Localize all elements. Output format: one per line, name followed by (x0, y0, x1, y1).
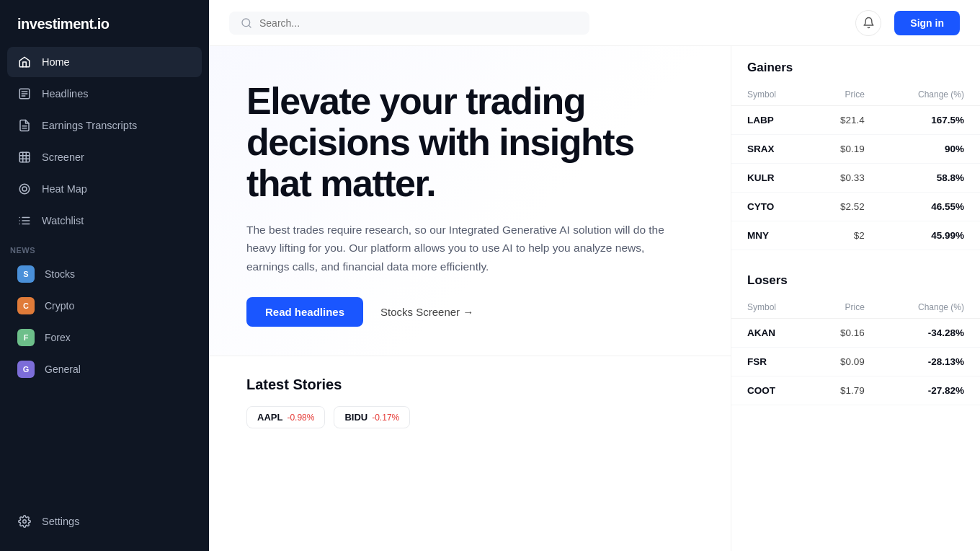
svg-point-11 (19, 184, 30, 194)
stocks-badge: S (17, 265, 35, 283)
app-logo: investiment.io (0, 0, 209, 47)
read-headlines-button[interactable]: Read headlines (246, 297, 363, 327)
hero-title-line1: Elevate your trading (246, 80, 585, 122)
losers-col-symbol: Symbol (731, 296, 808, 319)
stories-ticker-bar: AAPL -0.98% BIDU -0.17% (246, 406, 693, 428)
gainers-section: Gainers Symbol Price Change (%) LABP $21… (731, 46, 980, 250)
sidebar-item-stocks[interactable]: S Stocks (7, 259, 202, 289)
hero-actions: Read headlines Stocks Screener → (246, 297, 693, 327)
loser-symbol: FSR (731, 348, 808, 376)
sign-in-button[interactable]: Sign in (894, 11, 960, 35)
home-icon (17, 55, 32, 69)
sidebar-item-headlines[interactable]: Headlines (7, 79, 202, 109)
table-row[interactable]: CYTO $2.52 46.55% (731, 193, 980, 221)
sidebar-item-crypto[interactable]: C Crypto (7, 291, 202, 321)
table-row[interactable]: FSR $0.09 -28.13% (731, 348, 980, 376)
gainer-change: 90% (881, 135, 980, 164)
hero-title-line2: decisions with insights (246, 121, 634, 163)
table-row[interactable]: COOT $1.79 -27.82% (731, 376, 980, 405)
news-nav: S Stocks C Crypto F Forex G General (0, 259, 209, 384)
sidebar-item-screener[interactable]: Screener (7, 142, 202, 172)
sidebar-item-forex[interactable]: F Forex (7, 322, 202, 353)
search-bar[interactable] (229, 12, 589, 35)
notifications-button[interactable] (855, 10, 881, 36)
hero-title: Elevate your trading decisions with insi… (246, 81, 693, 205)
sidebar-item-earnings-transcripts[interactable]: Earnings Transcripts (7, 110, 202, 141)
gainer-symbol: CYTO (731, 193, 808, 221)
sidebar-item-crypto-label: Crypto (45, 300, 74, 312)
ticker-symbol-aapl: AAPL (257, 412, 282, 423)
stories-title: Latest Stories (246, 376, 693, 393)
losers-col-price: Price (808, 296, 880, 319)
gainer-price: $2.52 (808, 193, 880, 221)
gainers-col-change: Change (%) (881, 84, 980, 106)
left-content: Elevate your trading decisions with insi… (209, 46, 731, 551)
sidebar-item-home[interactable]: Home (7, 47, 202, 77)
stories-section: Latest Stories AAPL -0.98% BIDU -0.17% (209, 356, 731, 443)
sidebar-item-settings-label: Settings (42, 516, 79, 527)
ticker-chip-aapl[interactable]: AAPL -0.98% (246, 406, 325, 428)
headlines-icon (17, 87, 32, 101)
gainers-title: Gainers (731, 61, 980, 84)
sidebar-bottom: Settings (0, 496, 209, 551)
sidebar-item-heat-map-label: Heat Map (42, 183, 87, 195)
gainer-change: 167.5% (881, 106, 980, 135)
main-content: Sign in Elevate your trading decisions w… (209, 0, 980, 551)
hero-section: Elevate your trading decisions with insi… (209, 46, 731, 356)
ticker-chip-bidu[interactable]: BIDU -0.17% (334, 406, 410, 428)
svg-line-21 (249, 25, 251, 27)
losers-title: Losers (731, 273, 980, 296)
losers-table: Symbol Price Change (%) AKAN $0.16 -34.2… (731, 296, 980, 405)
sidebar-item-settings[interactable]: Settings (7, 506, 202, 537)
forex-badge: F (17, 329, 35, 346)
sidebar-nav: Home Headlines Earnings Transcripts (0, 47, 209, 236)
ticker-change-bidu: -0.17% (372, 413, 399, 423)
sidebar-item-heat-map[interactable]: Heat Map (7, 174, 202, 204)
table-row[interactable]: LABP $21.4 167.5% (731, 106, 980, 135)
table-row[interactable]: SRAX $0.19 90% (731, 135, 980, 164)
table-row[interactable]: AKAN $0.16 -34.28% (731, 319, 980, 348)
sidebar-item-watchlist[interactable]: Watchlist (7, 206, 202, 236)
gainers-col-price: Price (808, 84, 880, 106)
general-badge: G (17, 361, 35, 378)
sidebar-item-screener-label: Screener (42, 151, 84, 163)
svg-rect-6 (19, 152, 30, 162)
hero-subtitle: The best trades require research, so our… (246, 221, 664, 276)
ticker-change-aapl: -0.98% (287, 413, 314, 423)
gainer-symbol: KULR (731, 164, 808, 193)
gainer-change: 46.55% (881, 193, 980, 221)
loser-change: -34.28% (881, 319, 980, 348)
loser-symbol: AKAN (731, 319, 808, 348)
heat-map-icon (17, 182, 32, 196)
sidebar-item-general-label: General (45, 363, 81, 375)
sidebar-item-earnings-transcripts-label: Earnings Transcripts (42, 120, 137, 131)
content-area: Elevate your trading decisions with insi… (209, 46, 980, 551)
sidebar-item-headlines-label: Headlines (42, 88, 89, 100)
watchlist-icon (17, 213, 32, 228)
losers-section: Losers Symbol Price Change (%) AKAN $0.1… (731, 259, 980, 405)
table-row[interactable]: KULR $0.33 58.8% (731, 164, 980, 193)
settings-icon (17, 514, 32, 529)
screener-link[interactable]: Stocks Screener → (380, 306, 473, 318)
sidebar-item-stocks-label: Stocks (45, 268, 75, 280)
gainer-price: $0.19 (808, 135, 880, 164)
gainer-price: $21.4 (808, 106, 880, 135)
header-right: Sign in (855, 10, 960, 36)
losers-col-change: Change (%) (881, 296, 980, 319)
search-input[interactable] (259, 17, 578, 29)
sidebar-item-general[interactable]: G General (7, 354, 202, 384)
loser-change: -27.82% (881, 376, 980, 405)
right-panel: Gainers Symbol Price Change (%) LABP $21… (731, 46, 980, 551)
gainers-col-symbol: Symbol (731, 84, 808, 106)
loser-symbol: COOT (731, 376, 808, 405)
loser-price: $0.16 (808, 319, 880, 348)
search-icon (241, 17, 252, 29)
header: Sign in (209, 0, 980, 46)
sidebar-item-watchlist-label: Watchlist (42, 215, 84, 226)
gainers-table: Symbol Price Change (%) LABP $21.4 167.5… (731, 84, 980, 250)
crypto-badge: C (17, 297, 35, 314)
svg-point-12 (22, 187, 27, 191)
gainer-symbol: MNY (731, 221, 808, 250)
sidebar-item-forex-label: Forex (45, 332, 71, 343)
table-row[interactable]: MNY $2 45.99% (731, 221, 980, 250)
